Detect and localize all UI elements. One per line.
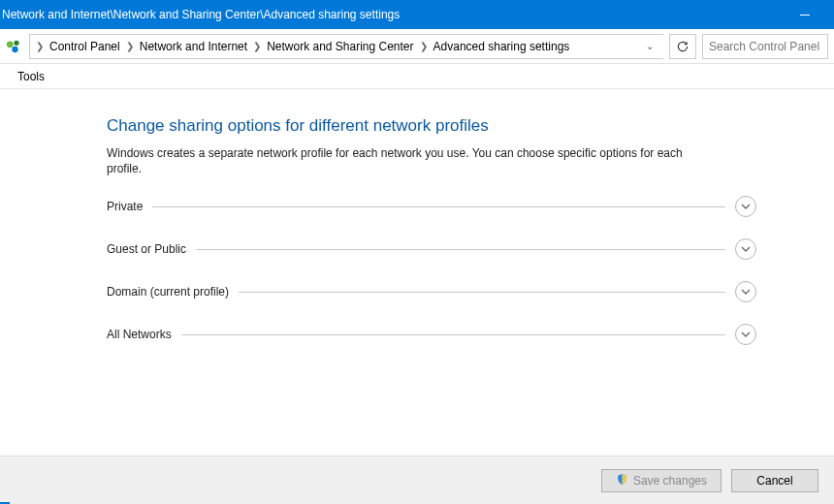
breadcrumb-item[interactable]: Network and Internet [140, 40, 247, 53]
chevron-down-icon [741, 202, 751, 211]
divider [181, 334, 725, 335]
svg-point-2 [12, 46, 17, 51]
footer: Save changes Cancel [0, 456, 834, 504]
expand-guest-button[interactable] [735, 238, 756, 260]
divider [239, 292, 725, 293]
menubar: Tools [0, 64, 834, 89]
refresh-icon [676, 40, 690, 53]
section-domain: Domain (current profile) [107, 281, 756, 302]
refresh-button[interactable] [669, 34, 696, 59]
minimize-icon [800, 15, 810, 16]
chevron-down-icon [741, 244, 751, 254]
search-input[interactable] [702, 34, 828, 59]
divider [152, 206, 725, 207]
content-area: Change sharing options for different net… [0, 89, 834, 456]
chevron-down-icon [741, 330, 751, 339]
save-changes-button[interactable]: Save changes [601, 469, 722, 492]
address-toolbar: ❯ Control Panel ❯ Network and Internet ❯… [0, 29, 834, 64]
section-label: All Networks [107, 328, 172, 341]
chevron-right-icon: ❯ [253, 41, 261, 51]
expand-private-button[interactable] [735, 196, 756, 217]
minimize-button[interactable] [784, 0, 826, 29]
divider [196, 249, 725, 250]
page-title: Change sharing options for different net… [107, 116, 756, 136]
svg-point-1 [14, 40, 18, 45]
control-panel-icon [4, 37, 23, 56]
breadcrumb-item[interactable]: Advanced sharing settings [433, 40, 570, 53]
expand-domain-button[interactable] [735, 281, 756, 302]
chevron-right-icon: ❯ [36, 41, 44, 51]
chevron-right-icon: ❯ [126, 41, 134, 51]
section-all-networks: All Networks [107, 324, 756, 345]
chevron-down-icon [741, 287, 751, 297]
page-description: Windows creates a separate network profi… [107, 145, 708, 176]
breadcrumb[interactable]: ❯ Control Panel ❯ Network and Internet ❯… [29, 34, 663, 59]
save-button-label: Save changes [633, 474, 707, 488]
svg-point-0 [7, 41, 14, 47]
chevron-right-icon: ❯ [420, 41, 428, 51]
section-label: Domain (current profile) [107, 285, 229, 299]
window-title: Network and Internet\Network and Sharing… [2, 8, 784, 21]
section-label: Private [107, 200, 143, 213]
titlebar: Network and Internet\Network and Sharing… [0, 0, 834, 29]
menu-tools[interactable]: Tools [12, 68, 50, 85]
shield-icon [616, 473, 628, 488]
expand-all-networks-button[interactable] [735, 324, 756, 345]
chevron-down-icon[interactable]: ⌄ [642, 41, 658, 51]
section-label: Guest or Public [107, 242, 186, 256]
breadcrumb-item[interactable]: Network and Sharing Center [267, 40, 413, 53]
cancel-button[interactable]: Cancel [731, 469, 818, 492]
breadcrumb-item[interactable]: Control Panel [49, 40, 120, 53]
section-private: Private [107, 196, 756, 217]
cancel-button-label: Cancel [756, 474, 792, 488]
section-guest-public: Guest or Public [107, 238, 756, 260]
